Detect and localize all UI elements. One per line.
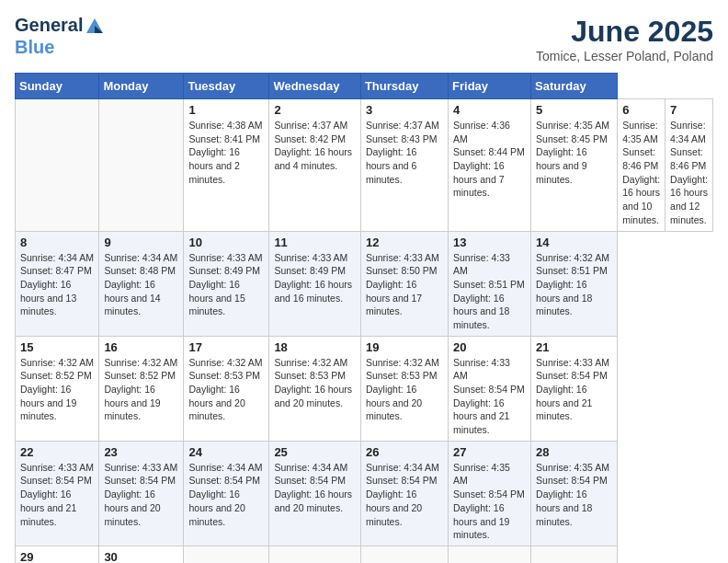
day-info: Sunrise: 4:35 AMSunset: 8:45 PMDaylight:…	[536, 119, 612, 186]
calendar-cell: 23Sunrise: 4:33 AMSunset: 8:54 PMDayligh…	[99, 441, 184, 546]
day-number: 4	[453, 103, 526, 117]
weekday-header: Tuesday	[184, 74, 269, 99]
location-title: Tomice, Lesser Poland, Poland	[536, 49, 713, 63]
month-title: June 2025	[536, 15, 713, 49]
logo-text: General Blue	[15, 15, 105, 57]
day-info: Sunrise: 4:35 AMSunset: 8:54 PMDaylight:…	[536, 461, 612, 528]
calendar-cell	[449, 546, 531, 563]
day-info: Sunrise: 4:33 AMSunset: 8:54 PMDaylight:…	[453, 356, 526, 437]
day-number: 3	[366, 103, 443, 117]
day-info: Sunrise: 4:36 AMSunset: 8:44 PMDaylight:…	[453, 119, 526, 200]
day-info: Sunrise: 4:33 AMSunset: 8:51 PMDaylight:…	[453, 251, 526, 332]
calendar-cell: 21Sunrise: 4:33 AMSunset: 8:54 PMDayligh…	[531, 336, 618, 441]
calendar-cell: 30Sunrise: 4:36 AMSunset: 8:54 PMDayligh…	[99, 546, 184, 563]
title-block: June 2025 Tomice, Lesser Poland, Poland	[536, 15, 713, 63]
calendar-cell: 22Sunrise: 4:33 AMSunset: 8:54 PMDayligh…	[16, 441, 99, 546]
day-info: Sunrise: 4:32 AMSunset: 8:51 PMDaylight:…	[536, 251, 612, 318]
day-number: 13	[453, 236, 526, 249]
logo-blue: Blue	[15, 37, 105, 57]
calendar-cell	[531, 546, 618, 563]
calendar-cell	[99, 99, 184, 232]
calendar-week-row: 29Sunrise: 4:36 AMSunset: 8:54 PMDayligh…	[16, 546, 713, 563]
day-number: 7	[670, 103, 708, 117]
calendar-cell: 16Sunrise: 4:32 AMSunset: 8:52 PMDayligh…	[99, 336, 184, 441]
day-number: 8	[20, 236, 94, 249]
day-info: Sunrise: 4:34 AMSunset: 8:54 PMDaylight:…	[188, 461, 264, 528]
day-number: 10	[188, 236, 264, 249]
day-number: 23	[104, 445, 178, 459]
calendar-cell: 24Sunrise: 4:34 AMSunset: 8:54 PMDayligh…	[184, 441, 269, 546]
day-info: Sunrise: 4:32 AMSunset: 8:53 PMDaylight:…	[366, 356, 443, 423]
day-number: 22	[20, 445, 94, 459]
day-number: 26	[366, 445, 443, 459]
day-info: Sunrise: 4:32 AMSunset: 8:52 PMDaylight:…	[104, 356, 178, 423]
calendar-cell: 11Sunrise: 4:33 AMSunset: 8:49 PMDayligh…	[269, 231, 361, 336]
logo: General Blue	[15, 15, 105, 57]
day-info: Sunrise: 4:34 AMSunset: 8:48 PMDaylight:…	[104, 251, 178, 318]
day-number: 11	[274, 236, 356, 249]
day-number: 1	[188, 103, 264, 117]
day-number: 30	[104, 550, 178, 563]
weekday-header: Thursday	[360, 74, 448, 99]
calendar-cell: 6Sunrise: 4:35 AMSunset: 8:46 PMDaylight…	[618, 99, 665, 232]
day-number: 2	[274, 103, 356, 117]
day-info: Sunrise: 4:38 AMSunset: 8:41 PMDaylight:…	[188, 119, 264, 186]
day-info: Sunrise: 4:33 AMSunset: 8:49 PMDaylight:…	[274, 251, 356, 305]
weekday-header: Monday	[99, 74, 184, 99]
day-info: Sunrise: 4:37 AMSunset: 8:43 PMDaylight:…	[366, 119, 443, 186]
day-number: 14	[536, 236, 612, 249]
calendar-cell-empty	[16, 99, 99, 232]
calendar-table: SundayMondayTuesdayWednesdayThursdayFrid…	[15, 73, 713, 563]
day-number: 24	[188, 445, 264, 459]
day-number: 25	[274, 445, 356, 459]
day-number: 9	[104, 236, 178, 249]
calendar-cell: 20Sunrise: 4:33 AMSunset: 8:54 PMDayligh…	[449, 336, 531, 441]
day-info: Sunrise: 4:32 AMSunset: 8:53 PMDaylight:…	[274, 356, 356, 410]
day-info: Sunrise: 4:33 AMSunset: 8:50 PMDaylight:…	[366, 251, 443, 318]
day-info: Sunrise: 4:32 AMSunset: 8:52 PMDaylight:…	[20, 356, 94, 423]
calendar-cell: 25Sunrise: 4:34 AMSunset: 8:54 PMDayligh…	[269, 441, 361, 546]
calendar-cell: 13Sunrise: 4:33 AMSunset: 8:51 PMDayligh…	[449, 231, 531, 336]
day-info: Sunrise: 4:34 AMSunset: 8:54 PMDaylight:…	[274, 461, 356, 515]
day-number: 29	[20, 550, 94, 563]
day-number: 21	[536, 340, 612, 354]
calendar-header-row: SundayMondayTuesdayWednesdayThursdayFrid…	[16, 74, 713, 99]
day-info: Sunrise: 4:34 AMSunset: 8:47 PMDaylight:…	[20, 251, 94, 318]
calendar-cell: 1Sunrise: 4:38 AMSunset: 8:41 PMDaylight…	[184, 99, 269, 232]
calendar-cell: 8Sunrise: 4:34 AMSunset: 8:47 PMDaylight…	[16, 231, 99, 336]
calendar-cell: 4Sunrise: 4:36 AMSunset: 8:44 PMDaylight…	[449, 99, 531, 232]
day-number: 27	[453, 445, 526, 459]
day-info: Sunrise: 4:35 AMSunset: 8:54 PMDaylight:…	[453, 461, 526, 542]
calendar-cell: 3Sunrise: 4:37 AMSunset: 8:43 PMDaylight…	[360, 99, 448, 232]
calendar-week-row: 1Sunrise: 4:38 AMSunset: 8:41 PMDaylight…	[16, 99, 713, 232]
day-number: 20	[453, 340, 526, 354]
calendar-cell	[184, 546, 269, 563]
weekday-header: Sunday	[16, 74, 99, 99]
day-number: 19	[366, 340, 443, 354]
weekday-header: Friday	[449, 74, 531, 99]
calendar-cell: 2Sunrise: 4:37 AMSunset: 8:42 PMDaylight…	[269, 99, 361, 232]
day-info: Sunrise: 4:32 AMSunset: 8:53 PMDaylight:…	[188, 356, 264, 423]
day-number: 18	[274, 340, 356, 354]
day-number: 15	[20, 340, 94, 354]
day-number: 6	[622, 103, 660, 117]
day-info: Sunrise: 4:33 AMSunset: 8:54 PMDaylight:…	[536, 356, 612, 423]
calendar-cell: 19Sunrise: 4:32 AMSunset: 8:53 PMDayligh…	[360, 336, 448, 441]
day-info: Sunrise: 4:34 AMSunset: 8:46 PMDaylight:…	[670, 119, 708, 227]
calendar-cell: 29Sunrise: 4:36 AMSunset: 8:54 PMDayligh…	[16, 546, 99, 563]
calendar-cell: 10Sunrise: 4:33 AMSunset: 8:49 PMDayligh…	[184, 231, 269, 336]
calendar-cell: 28Sunrise: 4:35 AMSunset: 8:54 PMDayligh…	[531, 441, 618, 546]
day-info: Sunrise: 4:37 AMSunset: 8:42 PMDaylight:…	[274, 119, 356, 173]
calendar-cell: 17Sunrise: 4:32 AMSunset: 8:53 PMDayligh…	[184, 336, 269, 441]
calendar-cell	[269, 546, 361, 563]
day-number: 17	[188, 340, 264, 354]
calendar-cell: 14Sunrise: 4:32 AMSunset: 8:51 PMDayligh…	[531, 231, 618, 336]
calendar-week-row: 22Sunrise: 4:33 AMSunset: 8:54 PMDayligh…	[16, 441, 713, 546]
day-info: Sunrise: 4:33 AMSunset: 8:49 PMDaylight:…	[188, 251, 264, 318]
calendar-cell: 5Sunrise: 4:35 AMSunset: 8:45 PMDaylight…	[531, 99, 618, 232]
calendar-week-row: 15Sunrise: 4:32 AMSunset: 8:52 PMDayligh…	[16, 336, 713, 441]
calendar-cell: 18Sunrise: 4:32 AMSunset: 8:53 PMDayligh…	[269, 336, 361, 441]
calendar-cell	[360, 546, 448, 563]
calendar-cell: 9Sunrise: 4:34 AMSunset: 8:48 PMDaylight…	[99, 231, 184, 336]
day-info: Sunrise: 4:33 AMSunset: 8:54 PMDaylight:…	[20, 461, 94, 528]
